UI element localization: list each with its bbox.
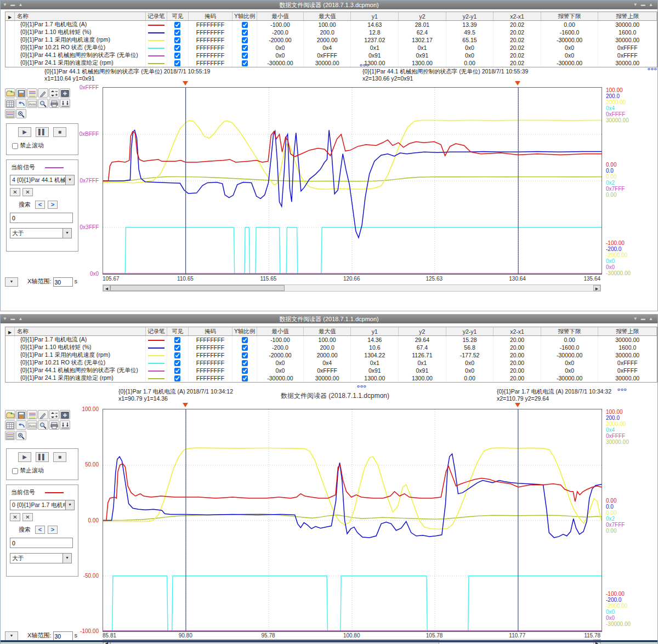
- y-scale-checkbox[interactable]: [242, 22, 248, 28]
- visible-checkbox[interactable]: [174, 45, 180, 51]
- table-row[interactable]: {0}{1}Par 1.1 采用的电机速度 (rpm)FFFFFFFF-2000…: [5, 36, 657, 44]
- visible-checkbox[interactable]: [174, 360, 180, 366]
- condition-select[interactable]: 大于▼: [10, 228, 72, 238]
- cursor-marker[interactable]: [515, 403, 520, 407]
- visible-checkbox[interactable]: [174, 37, 180, 43]
- table-row[interactable]: {0}{1}Par 1.1 采用的电机速度 (rpm)FFFFFFFF-2000…: [5, 351, 657, 359]
- split-signals-icon[interactable]: [5, 431, 15, 440]
- search-next-button[interactable]: >: [48, 201, 58, 209]
- play-button[interactable]: ▶: [18, 452, 31, 462]
- visible-checkbox[interactable]: [174, 345, 180, 351]
- signal-list-icon[interactable]: [27, 88, 37, 98]
- y-scale-checkbox[interactable]: [242, 53, 248, 59]
- column-header[interactable]: 掩码: [188, 327, 232, 336]
- no-scroll-checkbox[interactable]: [12, 468, 18, 474]
- horizontal-scrollbar[interactable]: ◀ ▶: [103, 284, 601, 292]
- row-selector-header[interactable]: ▶: [5, 327, 14, 336]
- cursor-marker[interactable]: [515, 81, 520, 86]
- column-header[interactable]: Y轴比例: [232, 327, 257, 336]
- splitter-handle[interactable]: ooo: [357, 384, 367, 389]
- splitter-handle[interactable]: ooo: [617, 387, 627, 392]
- column-header[interactable]: 最小值: [257, 327, 304, 336]
- window-titlebar[interactable]: ▼ ▬ ▲ 数据文件阅读器 (2018.7.1.1.dcpmon) ▼ ▬ ▲: [1, 315, 657, 323]
- table-row[interactable]: {0}{1}Par 1.10 电机转矩 (%)FFFFFFFF-200.0200…: [5, 344, 657, 351]
- window-restore-icon[interactable]: ▲: [18, 316, 24, 321]
- open-file-icon[interactable]: [5, 88, 15, 98]
- y-scale-checkbox[interactable]: [242, 37, 248, 43]
- row-selector-header[interactable]: ▶: [5, 12, 14, 21]
- column-header[interactable]: 报警上限: [598, 12, 657, 21]
- pause-button[interactable]: ▌▌: [36, 127, 49, 137]
- open-file-icon[interactable]: [5, 410, 15, 419]
- save-icon[interactable]: [16, 88, 26, 98]
- column-header[interactable]: y2: [399, 327, 446, 336]
- zoom-x-icon[interactable]: [16, 431, 26, 440]
- visible-checkbox[interactable]: [174, 60, 180, 66]
- column-header[interactable]: 报警上限: [598, 327, 657, 336]
- y-scale-checkbox[interactable]: [242, 360, 248, 366]
- window-restore-icon[interactable]: ▲: [649, 316, 654, 321]
- column-header[interactable]: y2-y1: [446, 327, 494, 336]
- visible-checkbox[interactable]: [174, 352, 180, 358]
- y-scale-icon[interactable]: [49, 88, 59, 98]
- table-row[interactable]: {0}{1}Par 44.1 机械抱闸控制的状态字 (无单位)FFFFFFFF0…: [5, 367, 657, 374]
- visible-checkbox[interactable]: [174, 30, 180, 36]
- table-row[interactable]: {0}{1}Par 24.1 采用的速度给定 (rpm)FFFFFFFF-300…: [5, 59, 657, 67]
- column-header[interactable]: 名称: [14, 12, 145, 21]
- stop-button[interactable]: ■: [53, 127, 66, 137]
- table-row[interactable]: {0}{1}Par 1.10 电机转矩 (%)FFFFFFFF-200.0200…: [5, 29, 657, 36]
- undo-zoom-icon[interactable]: [16, 420, 26, 430]
- column-header[interactable]: 可见: [167, 12, 188, 21]
- collapse-panel-button[interactable]: ▼: [5, 277, 18, 287]
- auto-scale-icon[interactable]: Auto: [27, 420, 37, 430]
- grid-view-icon[interactable]: [5, 420, 15, 430]
- table-row[interactable]: {0}{1}Par 1.7 电机电流 (A)FFFFFFFF-100.00100…: [5, 336, 657, 344]
- visible-checkbox[interactable]: [174, 22, 180, 28]
- remove-cursor2-button[interactable]: ✕: [22, 513, 33, 521]
- x-range-input[interactable]: [53, 277, 73, 287]
- pen-config-icon[interactable]: [38, 410, 48, 419]
- play-button[interactable]: ▶: [18, 127, 31, 137]
- table-row[interactable]: {0}{1}Par 44.1 机械抱闸控制的状态字 (无单位)FFFFFFFF0…: [5, 52, 657, 59]
- column-header[interactable]: 记录笔: [145, 327, 167, 336]
- window-shade-icon[interactable]: ▼: [3, 2, 8, 7]
- print-icon[interactable]: [49, 420, 59, 430]
- scroll-left-icon[interactable]: ◀: [103, 285, 110, 291]
- column-header[interactable]: x2-x1: [494, 327, 541, 336]
- cursor-marker[interactable]: [183, 81, 188, 86]
- y-scale-icon[interactable]: [49, 410, 59, 419]
- column-header[interactable]: 掩码: [188, 12, 232, 21]
- zoom-tool-icon[interactable]: [38, 99, 48, 108]
- collapse-panel-button[interactable]: ▼: [5, 631, 18, 641]
- y-scale-checkbox[interactable]: [242, 368, 248, 374]
- window-minimize-icon[interactable]: ▬: [10, 2, 16, 7]
- column-header[interactable]: x2-x1: [494, 12, 541, 21]
- window-restore-icon[interactable]: ▲: [649, 2, 654, 7]
- search-input[interactable]: [10, 538, 73, 548]
- column-header[interactable]: 报警下限: [541, 12, 598, 21]
- save-icon[interactable]: [16, 410, 26, 419]
- y-scale-checkbox[interactable]: [242, 60, 248, 66]
- column-header[interactable]: y1: [351, 327, 399, 336]
- pause-button[interactable]: ▌▌: [36, 452, 49, 462]
- search-input[interactable]: [10, 213, 73, 223]
- column-header[interactable]: 记录笔: [145, 12, 167, 21]
- visible-checkbox[interactable]: [174, 337, 180, 343]
- window-minimize-icon[interactable]: ▬: [10, 316, 16, 321]
- remove-cursor2-button[interactable]: ✕: [22, 188, 33, 196]
- table-row[interactable]: {0}{1}Par 10.21 RO 状态 (无单位)FFFFFFFF0x00x…: [5, 359, 657, 367]
- condition-select[interactable]: 大于▼: [10, 553, 72, 563]
- y-scale-checkbox[interactable]: [242, 45, 248, 51]
- y-scale-checkbox[interactable]: [242, 352, 248, 358]
- column-header[interactable]: 最大值: [303, 327, 351, 336]
- splitter-handle[interactable]: ooo: [360, 62, 370, 67]
- window-shade-icon[interactable]: ▼: [633, 2, 639, 7]
- window-minimize-icon[interactable]: ▬: [641, 316, 646, 321]
- column-header[interactable]: y2: [399, 12, 446, 21]
- split-signals-icon[interactable]: [5, 109, 15, 118]
- visible-checkbox[interactable]: [174, 53, 180, 59]
- remove-cursor1-button[interactable]: ✕: [10, 513, 20, 521]
- column-header[interactable]: 报警下限: [541, 327, 598, 336]
- window-titlebar[interactable]: ▼ ▬ ▲ 数据文件阅读器 (2018.7.1.3.dcpmon) ▼ ▬ ▲: [1, 1, 657, 9]
- search-next-button[interactable]: >: [48, 526, 58, 534]
